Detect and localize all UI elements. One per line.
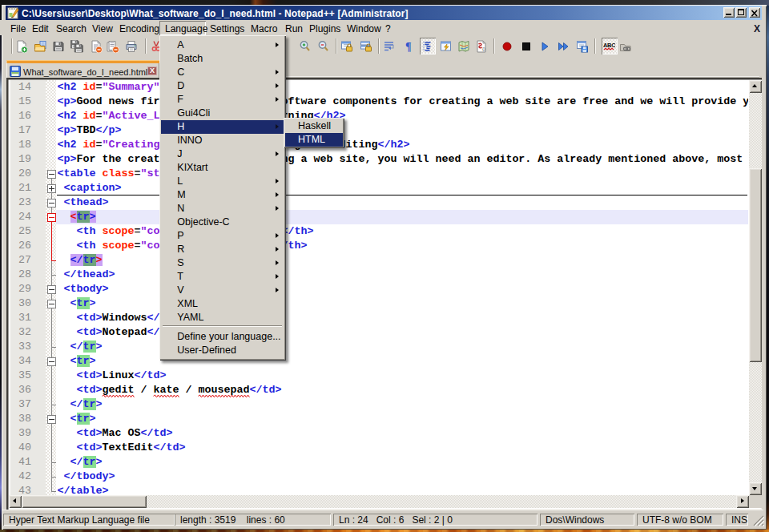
svg-text:ABC: ABC [603, 42, 615, 49]
svg-text:¶: ¶ [405, 41, 412, 53]
svg-text:{): {) [482, 46, 485, 51]
